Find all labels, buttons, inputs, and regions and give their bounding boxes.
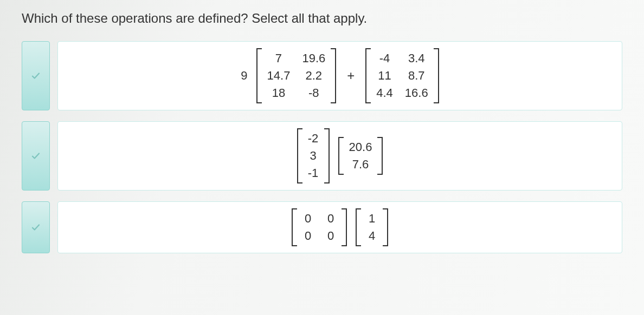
matrix-b: -4 3.4 11 8.7 4.4 16.6 (365, 48, 439, 103)
cell: 1 (366, 212, 377, 226)
cell: 0 (325, 212, 336, 226)
option-row: -2 3 -1 20.6 7.6 (22, 121, 622, 191)
option-row: 0 0 0 0 1 4 (22, 201, 622, 253)
option-checkbox[interactable] (22, 41, 50, 110)
option-checkbox[interactable] (22, 121, 50, 191)
cell: 7 (273, 51, 284, 65)
option-answer[interactable]: 9 7 19.6 14.7 2.2 18 -8 + (57, 41, 622, 110)
cell: 11 (378, 69, 391, 83)
check-icon (31, 71, 41, 81)
matrix-a: 7 19.6 14.7 2.2 18 -8 (256, 48, 337, 103)
option-answer[interactable]: 0 0 0 0 1 4 (57, 201, 622, 253)
cell: 3.4 (408, 51, 425, 65)
cell: 0 (325, 229, 336, 243)
cell: 0 (302, 229, 313, 243)
option-checkbox[interactable] (22, 201, 50, 253)
cell: 4 (366, 229, 377, 243)
cell: 3 (308, 149, 319, 163)
operator: + (345, 68, 357, 83)
question-text: Which of these operations are defined? S… (22, 11, 622, 26)
scalar: 9 (241, 69, 247, 83)
cell: 7.6 (352, 158, 369, 172)
cell: 20.6 (349, 140, 372, 154)
cell: -8 (308, 86, 319, 100)
cell: 14.7 (267, 69, 291, 83)
cell: 19.6 (302, 51, 325, 65)
cell: 4.4 (376, 86, 393, 100)
options-container: 9 7 19.6 14.7 2.2 18 -8 + (22, 41, 622, 253)
matrix-b: 20.6 7.6 (338, 137, 383, 175)
matrix-a: 0 0 0 0 (292, 208, 347, 246)
cell: 0 (302, 212, 313, 226)
cell: -4 (379, 51, 390, 65)
check-icon (31, 151, 41, 161)
check-icon (31, 222, 41, 232)
matrix-a: -2 3 -1 (297, 128, 330, 183)
cell: 8.7 (408, 69, 425, 83)
cell: 18 (272, 86, 285, 100)
expression: 9 7 19.6 14.7 2.2 18 -8 + (241, 48, 439, 103)
option-row: 9 7 19.6 14.7 2.2 18 -8 + (22, 41, 622, 110)
cell: -1 (308, 166, 319, 180)
option-answer[interactable]: -2 3 -1 20.6 7.6 (57, 121, 622, 191)
cell: 16.6 (405, 86, 428, 100)
matrix-b: 1 4 (356, 208, 388, 246)
expression: 0 0 0 0 1 4 (292, 208, 388, 246)
cell: -2 (308, 132, 319, 146)
cell: 2.2 (306, 69, 323, 83)
expression: -2 3 -1 20.6 7.6 (297, 128, 383, 183)
